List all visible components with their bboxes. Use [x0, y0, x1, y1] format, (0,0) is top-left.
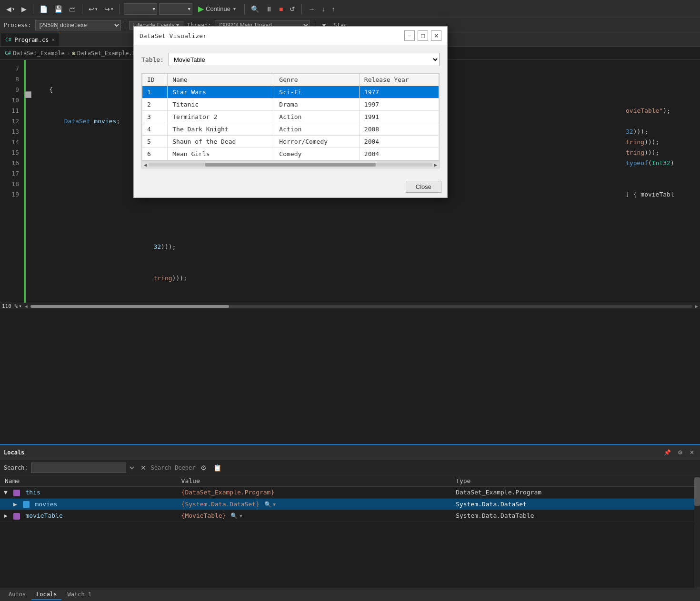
- cell-name: The Dark Knight: [168, 123, 274, 136]
- cell-name: Titanic: [168, 99, 274, 111]
- locals-pin-btn[interactable]: 📌: [662, 448, 673, 457]
- gutter: [24, 60, 32, 303]
- line-numbers: 7 8 9 10 11 12 13 14 15 16 17 18 19: [0, 60, 24, 303]
- table-row[interactable]: 3 Terminator 2 Action 1991: [142, 111, 439, 123]
- magnify-btn[interactable]: 🔍 ▾: [263, 501, 277, 508]
- forward-btn[interactable]: ▶: [19, 4, 29, 14]
- modal-close-action-btn[interactable]: Close: [406, 181, 441, 193]
- debug-config-dropdown[interactable]: Debug: [124, 3, 157, 15]
- cell-name: Mean Girls: [168, 148, 274, 160]
- hscroll-right[interactable]: ▶: [434, 162, 437, 167]
- cpu-dropdown[interactable]: Any CPU: [159, 3, 192, 15]
- modal-titlebar: DataSet Visualizer − □ ✕: [134, 27, 447, 45]
- search-btn[interactable]: 🔍: [249, 4, 261, 14]
- program-cs-tab[interactable]: C# Program.cs ×: [0, 33, 60, 46]
- scroll-right-arrow[interactable]: ▶: [695, 304, 698, 309]
- cell-id: 3: [142, 111, 168, 123]
- hscroll-left[interactable]: ◀: [144, 162, 147, 167]
- col-genre: Genre: [274, 74, 360, 86]
- search-input[interactable]: [31, 463, 126, 473]
- modal-maximize-btn[interactable]: □: [418, 30, 428, 41]
- locals-value-cell: {System.Data.DataSet} 🔍 ▾: [177, 498, 451, 510]
- locals-row[interactable]: ▶ movies {System.Data.DataSet} 🔍 ▾ Syste…: [0, 498, 700, 510]
- table-row[interactable]: 6 Mean Girls Comedy 2004: [142, 148, 439, 160]
- expand-arrow[interactable]: ▼: [4, 489, 8, 496]
- scroll-left-arrow[interactable]: ◀: [25, 304, 28, 309]
- new-file-btn[interactable]: 📄: [37, 4, 50, 14]
- continue-btn[interactable]: ▶ Continue ▼: [194, 3, 240, 15]
- col-name: Name: [168, 74, 274, 86]
- bottom-tab-autos[interactable]: Autos: [4, 590, 30, 600]
- toolbar-divider-5: [301, 4, 302, 14]
- modal-close-btn[interactable]: ✕: [431, 30, 441, 41]
- locals-panel: Locals 📌 ⚙ ✕ Search: ▾ ✕ Search Deeper ⚙…: [0, 444, 700, 601]
- search-deeper-btn[interactable]: Search Deeper: [151, 464, 196, 471]
- locals-row[interactable]: ▼ this {DataSet_Example.Program} DataSet…: [0, 487, 700, 499]
- locals-name-cell: ▶ movieTable: [0, 510, 177, 522]
- continue-label: Continue: [206, 5, 230, 12]
- locals-scrollbar[interactable]: [694, 475, 700, 588]
- save-all-btn[interactable]: 🗃: [67, 4, 78, 14]
- modal-title: DataSet Visualizer: [140, 32, 207, 39]
- scroll-track[interactable]: [30, 305, 692, 308]
- stop-btn[interactable]: ■: [277, 4, 285, 14]
- breadcrumb-icon-2: ⚙: [72, 50, 75, 57]
- scroll-thumb: [30, 305, 229, 308]
- toolbar-divider-3: [120, 4, 120, 14]
- cell-year: 2004: [359, 148, 439, 160]
- modal-minimize-btn[interactable]: −: [404, 30, 415, 41]
- zoom-value: 110 %: [2, 303, 18, 309]
- process-dropdown[interactable]: [29596] dotnet.exe: [35, 20, 121, 30]
- clear-search-btn[interactable]: ✕: [139, 463, 148, 473]
- table-row[interactable]: 5 Shaun of the Dead Horror/Comedy 2004: [142, 136, 439, 148]
- data-table-container: ID Name Genre Release Year 1 Star Wars S…: [141, 73, 440, 161]
- save-btn[interactable]: 💾: [52, 4, 65, 14]
- main-toolbar: ◀ ▾ ▶ 📄 💾 🗃 ↩ ▾ ↪ ▾ Debug ▼ Any CPU ▼ ▶ …: [0, 0, 700, 18]
- var-value: {System.Data.DataSet}: [181, 501, 260, 508]
- cell-genre: Comedy: [274, 148, 360, 160]
- step-into-btn[interactable]: ↓: [319, 4, 327, 14]
- var-name: movieTable: [25, 512, 62, 519]
- var-value: {DataSet_Example.Program}: [181, 489, 275, 496]
- zoom-dropdown-icon[interactable]: ▾: [19, 303, 22, 309]
- table-row[interactable]: 2 Titanic Drama 1997: [142, 99, 439, 111]
- locals-scrollbar-thumb: [694, 477, 700, 506]
- pause-btn[interactable]: ⏸: [263, 4, 275, 14]
- table-dropdown[interactable]: MovieTable: [169, 53, 440, 66]
- locals-settings-btn[interactable]: ⚙: [676, 448, 685, 457]
- magnify-btn[interactable]: 🔍 ▾: [230, 512, 243, 519]
- bottom-tab-watch-1[interactable]: Watch 1: [62, 590, 96, 600]
- locals-close-btn[interactable]: ✕: [688, 448, 696, 457]
- locals-value-cell: {DataSet_Example.Program}: [177, 487, 451, 499]
- search-copy-btn[interactable]: 📋: [211, 463, 223, 473]
- step-out-btn[interactable]: ↑: [329, 4, 337, 14]
- locals-table-wrap: Name Value Type ▼ this {DataSet_Example.…: [0, 475, 700, 588]
- cell-year: 1977: [359, 86, 439, 99]
- dataset-visualizer-modal: DataSet Visualizer − □ ✕ Table: MovieTab…: [133, 26, 448, 198]
- table-row[interactable]: 1 Star Wars Sci-Fi 1977: [142, 86, 439, 99]
- cell-year: 1991: [359, 111, 439, 123]
- breadcrumb-project[interactable]: DataSet_Example: [13, 50, 64, 57]
- locals-toolbar: Search: ▾ ✕ Search Deeper ⚙ 📋: [0, 460, 700, 475]
- step-over-btn[interactable]: →: [306, 4, 317, 14]
- locals-row[interactable]: ▶ movieTable {MovieTable} 🔍 ▾ System.Dat…: [0, 510, 700, 522]
- var-icon: [13, 490, 20, 496]
- process-divider: [125, 21, 125, 30]
- expand-arrow[interactable]: ▶: [13, 501, 17, 508]
- expand-arrow[interactable]: ▶: [4, 512, 8, 519]
- hscroll-track[interactable]: [149, 163, 432, 167]
- tab-close-btn[interactable]: ×: [52, 37, 55, 43]
- bottom-tab-locals[interactable]: Locals: [31, 590, 61, 600]
- search-dropdown[interactable]: ▾: [129, 464, 136, 472]
- modal-horizontal-scroll: ◀ ▶: [141, 161, 440, 168]
- breakpoint-indicator[interactable]: [25, 91, 31, 98]
- col-year: Release Year: [359, 74, 439, 86]
- breadcrumb-sep-1: ›: [67, 50, 70, 57]
- table-row[interactable]: 4 The Dark Knight Action 2008: [142, 123, 439, 136]
- back-btn[interactable]: ◀ ▾: [4, 4, 17, 14]
- search-settings-btn[interactable]: ⚙: [199, 463, 209, 473]
- restart-btn[interactable]: ↺: [287, 4, 298, 14]
- undo-btn[interactable]: ↩ ▾: [86, 4, 100, 14]
- redo-btn[interactable]: ↪ ▾: [102, 4, 116, 14]
- cell-id: 1: [142, 86, 168, 99]
